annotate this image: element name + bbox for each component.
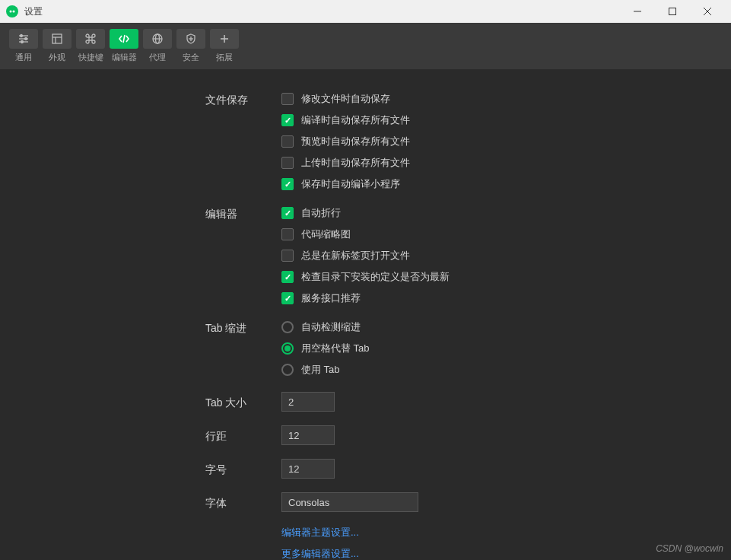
checkbox-label: 保存时自动编译小程序 (301, 177, 400, 191)
tab-label: 拓展 (216, 52, 233, 63)
section-controls: 修改文件时自动保存 编译时自动保存所有文件 预览时自动保存所有文件 上传时自动保… (281, 92, 731, 191)
plus-icon (210, 29, 239, 49)
radio-spaces[interactable]: 用空格代替 Tab (281, 342, 731, 355)
tab-general[interactable]: 通用 (9, 29, 38, 63)
checkbox-icon (281, 114, 294, 126)
checkbox-icon (281, 157, 294, 169)
section-tab-indent: Tab 缩进 自动检测缩进 用空格代替 Tab 使用 Tab (205, 320, 731, 377)
tab-editor[interactable]: 编辑器 (110, 29, 138, 63)
close-button[interactable] (690, 0, 725, 23)
checkbox-label: 代码缩略图 (301, 228, 351, 241)
section-label: 文件保存 (205, 92, 281, 107)
section-controls: 自动检测缩进 用空格代替 Tab 使用 Tab (281, 320, 731, 377)
tab-security[interactable]: 安全 (176, 29, 205, 63)
tab-label: 代理 (149, 52, 166, 63)
window-controls (620, 0, 725, 23)
svg-point-1 (13, 11, 15, 13)
radio-auto-detect[interactable]: 自动检测缩进 (281, 320, 731, 334)
settings-icon (9, 29, 38, 49)
radio-icon (281, 364, 294, 376)
checkbox-autocompile-on-save[interactable]: 保存时自动编译小程序 (281, 177, 731, 191)
checkbox-autosave-on-upload[interactable]: 上传时自动保存所有文件 (281, 156, 731, 170)
section-label: 行距 (205, 427, 281, 444)
checkbox-autosave-on-edit[interactable]: 修改文件时自动保存 (281, 92, 731, 106)
checkbox-autosave-on-compile[interactable]: 编译时自动保存所有文件 (281, 113, 731, 127)
checkbox-label: 预览时自动保存所有文件 (301, 135, 410, 148)
tab-size-input[interactable] (281, 392, 335, 412)
checkbox-word-wrap[interactable]: 自动折行 (281, 206, 731, 220)
font-family-input[interactable] (281, 492, 418, 512)
tab-label: 安全 (183, 52, 199, 63)
svg-point-0 (10, 11, 12, 13)
svg-point-10 (25, 38, 27, 40)
code-icon (110, 29, 138, 49)
section-font-family: 字体 (205, 492, 731, 512)
checkbox-label: 上传时自动保存所有文件 (301, 156, 410, 170)
checkbox-icon (281, 292, 294, 304)
checkbox-icon (281, 228, 294, 240)
tab-label: 快捷键 (78, 52, 103, 63)
checkbox-minimap[interactable]: 代码缩略图 (281, 228, 731, 241)
checkbox-label: 服务接口推荐 (301, 291, 361, 305)
svg-rect-12 (52, 34, 62, 43)
checkbox-label: 编译时自动保存所有文件 (301, 113, 410, 127)
minimize-button[interactable] (620, 0, 655, 23)
checkbox-open-new-tab[interactable]: 总是在新标签页打开文件 (281, 249, 731, 262)
tab-label: 外观 (49, 52, 65, 63)
checkbox-label: 总是在新标签页打开文件 (301, 249, 410, 262)
tab-extensions[interactable]: 拓展 (210, 29, 239, 63)
settings-content: 文件保存 修改文件时自动保存 编译时自动保存所有文件 预览时自动保存所有文件 上… (0, 69, 731, 560)
section-label: Tab 缩进 (205, 320, 281, 336)
section-label: 字号 (205, 460, 281, 477)
section-tab-size: Tab 大小 (205, 392, 731, 412)
svg-point-11 (21, 41, 24, 43)
checkbox-icon (281, 250, 294, 262)
watermark: CSDN @wocwin (656, 543, 723, 554)
checkbox-service-recommend[interactable]: 服务接口推荐 (281, 291, 731, 305)
section-font-size: 字号 (205, 459, 731, 479)
section-editor: 编辑器 自动折行 代码缩略图 总是在新标签页打开文件 检查目录下安装的定义是否为… (205, 206, 731, 305)
layout-icon (43, 29, 72, 49)
radio-icon (281, 321, 294, 333)
link-theme-settings[interactable]: 编辑器主题设置... (281, 526, 731, 539)
checkbox-icon (281, 93, 294, 105)
titlebar: 设置 (0, 0, 731, 23)
svg-rect-3 (669, 8, 676, 15)
radio-icon (281, 342, 294, 355)
section-label: 编辑器 (205, 206, 281, 221)
checkbox-label: 修改文件时自动保存 (301, 92, 390, 106)
radio-label: 用空格代替 Tab (301, 342, 370, 355)
tab-label: 通用 (15, 52, 32, 63)
svg-point-9 (21, 35, 23, 37)
font-size-input[interactable] (281, 459, 335, 479)
window-title: 设置 (24, 5, 620, 18)
checkbox-label: 自动折行 (301, 206, 341, 220)
tab-shortcuts[interactable]: 快捷键 (76, 29, 105, 63)
shield-icon (176, 29, 205, 49)
app-icon (6, 5, 18, 18)
tab-proxy[interactable]: 代理 (143, 29, 172, 63)
checkbox-autosave-on-preview[interactable]: 预览时自动保存所有文件 (281, 135, 731, 148)
radio-label: 使用 Tab (301, 363, 340, 377)
command-icon (76, 29, 105, 49)
radio-label: 自动检测缩进 (301, 320, 361, 334)
radio-tab[interactable]: 使用 Tab (281, 363, 731, 377)
maximize-button[interactable] (655, 0, 690, 23)
links: 编辑器主题设置... 更多编辑器设置... (205, 526, 731, 560)
checkbox-icon (281, 178, 294, 190)
checkbox-icon (281, 271, 294, 283)
section-line-height: 行距 (205, 425, 731, 445)
globe-icon (143, 29, 172, 49)
section-file-save: 文件保存 修改文件时自动保存 编译时自动保存所有文件 预览时自动保存所有文件 上… (205, 92, 731, 191)
tab-label: 编辑器 (112, 52, 137, 63)
section-controls: 自动折行 代码缩略图 总是在新标签页打开文件 检查目录下安装的定义是否为最新 服… (281, 206, 731, 305)
checkbox-check-definitions[interactable]: 检查目录下安装的定义是否为最新 (281, 270, 731, 284)
toolbar: 通用 外观 快捷键 编辑器 代理 安全 拓展 (0, 23, 731, 69)
section-label: 字体 (205, 494, 281, 511)
tab-appearance[interactable]: 外观 (43, 29, 72, 63)
line-height-input[interactable] (281, 425, 335, 445)
checkbox-label: 检查目录下安装的定义是否为最新 (301, 270, 450, 284)
checkbox-icon (281, 207, 294, 219)
section-label: Tab 大小 (205, 393, 281, 410)
checkbox-icon (281, 135, 294, 148)
